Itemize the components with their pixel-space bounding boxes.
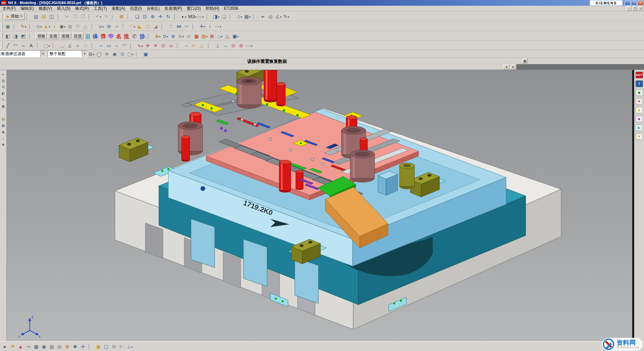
resource-rail-button[interactable]: KEY xyxy=(636,72,643,78)
menu-item[interactable]: 视图(V) xyxy=(36,6,54,11)
toolbar-button[interactable]: ✆ xyxy=(131,32,138,40)
resource-rail-button[interactable]: ◆ xyxy=(636,116,643,122)
start-menu-button[interactable]: ▶ 开始 ▾ xyxy=(4,12,25,20)
toolbar-button[interactable]: ⌐ xyxy=(183,42,190,49)
model-3d-view[interactable]: 1719.2K0 xyxy=(7,70,632,341)
toolbar-button[interactable]: ⚑ xyxy=(9,343,17,350)
toolbar-button[interactable]: ▏ xyxy=(35,42,43,49)
toolbar-button[interactable]: ╱ xyxy=(4,42,11,49)
resource-rail-button[interactable]: ◧ xyxy=(636,124,643,131)
toolbar-button[interactable]: ↕ xyxy=(207,22,214,30)
toolbar-button[interactable]: ✎▾ xyxy=(20,22,27,30)
toolbar-button[interactable]: ↶▾ xyxy=(95,12,102,20)
toolbar-button[interactable]: ○ xyxy=(113,42,120,49)
toolbar-text-button[interactable]: 还原 xyxy=(72,33,84,39)
toolbar-button[interactable]: ▏ xyxy=(175,42,183,49)
toolbar-button[interactable]: ▏ xyxy=(121,22,128,30)
selection-bar-button[interactable]: ⊞▾ xyxy=(88,50,95,58)
toolbar-button[interactable]: ✕ xyxy=(152,42,159,49)
toolbar-button[interactable]: ◗ xyxy=(51,22,58,30)
menu-item[interactable]: 格式(R) xyxy=(73,6,91,11)
resource-rail-button[interactable]: ❖ xyxy=(636,98,643,105)
toolbar-button[interactable]: ▣ xyxy=(4,22,11,30)
rail-button[interactable]: ▦ xyxy=(1,123,6,128)
rail-button[interactable] xyxy=(1,110,6,115)
toolbar-button[interactable]: ✎▾ xyxy=(283,12,290,20)
toolbar-button[interactable]: ▏ xyxy=(28,32,35,40)
toolbar-button[interactable]: ▏ xyxy=(28,22,35,30)
toolbar-button[interactable]: ⊙ xyxy=(160,42,167,49)
toolbar-button[interactable]: ⊞ xyxy=(118,12,125,20)
toolbar-button[interactable]: ▏ xyxy=(25,12,32,20)
toolbar-button[interactable]: ⊢ xyxy=(191,42,198,49)
toolbar-button[interactable]: ⊢ xyxy=(118,343,125,350)
toolbar-button[interactable]: 弹 xyxy=(100,32,107,40)
toolbar-text-button[interactable]: 面透 xyxy=(60,33,71,39)
rail-button[interactable]: ▣ xyxy=(1,104,6,108)
toolbar-button[interactable]: ▏ xyxy=(146,32,153,40)
toolbar-button[interactable]: ↔ xyxy=(222,42,229,49)
rail-button[interactable]: ▸ xyxy=(1,72,6,76)
selection-bar-button[interactable]: ◯ xyxy=(96,50,103,58)
toolbar-button[interactable]: ◢ xyxy=(152,22,159,30)
mdi-button[interactable]: − xyxy=(626,6,631,11)
toolbar-button[interactable]: ▭ xyxy=(105,42,113,49)
selection-filter-dropdown[interactable]: 没有选择过滤器 ▼ xyxy=(0,50,46,57)
mdi-button[interactable]: ✕ xyxy=(638,6,643,11)
toolbar-button[interactable]: ✱ xyxy=(72,343,79,350)
toolbar-button[interactable]: ▏ xyxy=(126,12,133,20)
toolbar-button[interactable]: ◣ xyxy=(137,22,144,30)
toolbar-button[interactable]: M3▾ xyxy=(188,12,196,20)
toolbar-button[interactable]: ∷ xyxy=(82,42,89,49)
toolbar-button[interactable]: ▲ xyxy=(17,343,24,350)
toolbar-button[interactable]: 批 xyxy=(123,32,130,40)
rail-button[interactable]: ▤ xyxy=(1,78,6,83)
toolbar-button[interactable]: 涉 xyxy=(139,32,146,40)
selection-bar-button[interactable]: ▣ xyxy=(142,50,149,58)
toolbar-button[interactable]: ◠ xyxy=(12,42,19,49)
selection-bar-button[interactable]: ▏ xyxy=(135,50,142,58)
menu-item[interactable]: 工具(T) xyxy=(91,6,109,11)
toolbar-button[interactable]: △ xyxy=(82,22,89,30)
toolbar-button[interactable]: ◫ xyxy=(48,12,55,20)
toolbar-button[interactable]: ▢ xyxy=(144,22,151,30)
toolbar-button[interactable]: ❐ xyxy=(72,12,79,20)
toolbar-button[interactable]: ∼ xyxy=(20,42,27,49)
toolbar-button[interactable]: △ xyxy=(224,32,231,40)
toolbar-button[interactable]: ◨▾ xyxy=(213,12,220,20)
toolbar-button[interactable]: ⋯▾ xyxy=(245,42,253,49)
mdi-button[interactable]: ❐ xyxy=(632,6,637,11)
rail-button[interactable]: ▧ xyxy=(1,117,6,121)
rail-button[interactable]: ◉ xyxy=(1,129,6,134)
minimize-button[interactable]: − xyxy=(625,1,630,5)
toolbar-button[interactable]: ▣▾ xyxy=(232,32,239,40)
resource-rail-button[interactable]: T xyxy=(636,80,643,87)
toolbar-button[interactable]: ❏ xyxy=(220,12,228,20)
selection-bar-button[interactable]: ⊙ xyxy=(119,50,126,58)
toolbar-button[interactable]: ▤ xyxy=(33,12,40,20)
maximize-button[interactable]: ❐ xyxy=(631,1,637,5)
menu-item[interactable]: ET2008 xyxy=(221,6,240,11)
toolbar-button[interactable]: 名 xyxy=(115,32,122,40)
toolbar-text-button[interactable]: 替换 xyxy=(35,33,47,39)
toolbar-button[interactable]: ◧ xyxy=(4,32,11,40)
toolbar-button[interactable]: ◎ xyxy=(56,343,63,350)
toolbar-button[interactable]: ⊕ xyxy=(64,343,71,350)
menu-item[interactable]: 编辑(E) xyxy=(18,6,36,11)
toolbar-button[interactable]: ▏ xyxy=(205,12,212,20)
toolbar-button[interactable]: ⊠ xyxy=(209,32,216,40)
toolbar-button[interactable]: ≈ xyxy=(74,42,81,49)
toolbar-button[interactable]: ▏ xyxy=(207,42,214,49)
toolbar-button[interactable]: ▦▾ xyxy=(244,12,251,20)
toolbar-button[interactable]: ▏ xyxy=(87,12,94,20)
toolbar-button[interactable]: ▭▾ xyxy=(197,12,204,20)
selection-scope-dropdown[interactable]: 整个装配 ▼ xyxy=(48,50,88,57)
toolbar-button[interactable]: ⌂▾ xyxy=(216,32,223,40)
menu-item[interactable]: 装配(A) xyxy=(109,6,127,11)
toolbar-button[interactable]: ▏ xyxy=(87,343,94,350)
toolbar-button[interactable]: ✄ xyxy=(183,22,190,30)
toolbar-button[interactable]: ⊛▾ xyxy=(177,32,185,40)
menu-item[interactable]: 信息(I) xyxy=(127,6,144,11)
toolbar-button[interactable]: ▏ xyxy=(90,22,97,30)
menu-item[interactable]: 首选项(P) xyxy=(162,6,184,11)
